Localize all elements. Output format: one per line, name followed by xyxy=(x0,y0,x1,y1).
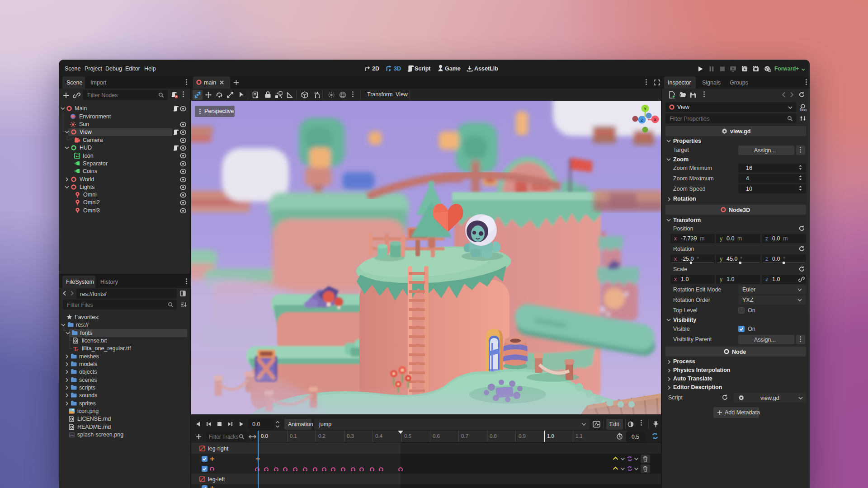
svg-text:r: r xyxy=(76,347,78,352)
svg-text:X: X xyxy=(654,117,656,122)
svg-text:Y: Y xyxy=(644,107,646,111)
svg-text:DOC: DOC xyxy=(800,108,807,112)
svg-text:Z: Z xyxy=(641,118,643,122)
